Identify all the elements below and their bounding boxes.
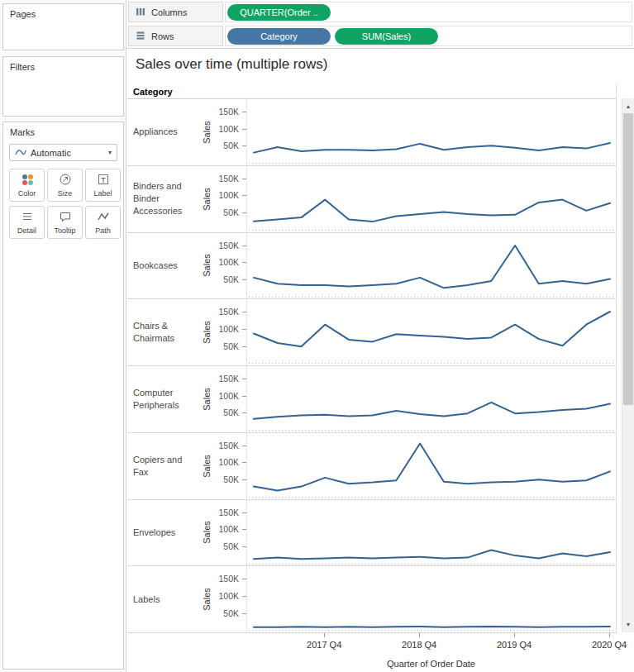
sheet-title: Sales over time (multiple rows) [136, 56, 327, 73]
y-tick-label: 150K [218, 307, 239, 317]
chart-row-chairs-chairmats: Chairs & ChairmatsSales150K100K50K [127, 299, 616, 366]
detail-button-label: Detail [17, 226, 36, 235]
columns-shelf-row: Columns QUARTER(Order .. [126, 0, 634, 24]
rows-icon [136, 31, 145, 42]
y-axis-title: Sales [202, 255, 212, 278]
y-tick-label: 100K [218, 457, 239, 467]
y-axis-title: Sales [202, 388, 212, 411]
category-row-label[interactable]: Appliances [133, 99, 199, 165]
line-chart-pane[interactable] [246, 366, 616, 432]
scroll-up-button[interactable]: ▲ [622, 99, 634, 113]
path-icon [97, 210, 110, 225]
y-axis: Sales150K100K50K [200, 500, 246, 566]
y-tick-label: 100K [218, 257, 239, 267]
y-tick-label: 150K [218, 107, 239, 117]
y-tick-label: 50K [223, 141, 239, 150]
x-tick-mark [419, 633, 420, 637]
x-tick-label: 2018 Q4 [402, 640, 436, 650]
y-axis: Sales150K100K50K [200, 166, 246, 232]
line-chart-pane[interactable] [246, 500, 616, 566]
x-tick-mark [609, 633, 610, 637]
vertical-scrollbar[interactable]: ▲ ▼ [622, 98, 634, 632]
y-tick-label: 150K [218, 174, 239, 183]
mark-type-dropdown[interactable]: Automatic ▾ [9, 144, 117, 161]
y-axis-title: Sales [202, 522, 212, 545]
y-tick-label: 50K [223, 541, 239, 551]
category-row-label[interactable]: Chairs & Chairmats [133, 299, 199, 365]
line-chart-pane[interactable] [246, 566, 616, 632]
x-axis-title: Quarter of Order Date [387, 659, 475, 669]
category-row-label[interactable]: Binders and Binder Accessories [133, 166, 199, 232]
color-button[interactable]: Color [9, 169, 45, 202]
y-tick-label: 100K [218, 524, 239, 534]
rows-shelf[interactable]: Category SUM(Sales) [225, 26, 632, 46]
y-axis: Sales150K100K50K [200, 433, 246, 499]
size-button[interactable]: Size [47, 169, 83, 202]
tableau-window: Pages Filters Marks Automatic ▾ Color [0, 0, 634, 672]
marks-label: Marks [3, 122, 123, 137]
mark-type-value: Automatic [31, 148, 71, 158]
y-tick-label: 50K [223, 474, 239, 484]
detail-icon [21, 210, 34, 225]
y-axis: Sales150K100K50K [200, 566, 246, 632]
filters-shelf[interactable]: Filters [2, 56, 124, 117]
small-multiples: AppliancesSales150K100K50KBinders and Bi… [127, 99, 616, 633]
y-axis-title: Sales [202, 455, 212, 478]
line-chart-pane[interactable] [246, 99, 616, 165]
y-tick-label: 50K [223, 407, 239, 417]
y-axis: Sales150K100K50K [200, 99, 246, 165]
pill-sum-sales[interactable]: SUM(Sales) [335, 28, 438, 45]
y-axis-title: Sales [202, 588, 212, 611]
y-axis-title: Sales [202, 188, 212, 211]
y-axis: Sales150K100K50K [200, 233, 246, 299]
category-row-label[interactable]: Labels [133, 566, 199, 632]
detail-button[interactable]: Detail [9, 206, 45, 239]
pane-right-border [616, 83, 617, 633]
columns-label: Columns [151, 7, 187, 17]
scroll-down-button[interactable]: ▼ [622, 617, 634, 631]
line-chart-pane[interactable] [246, 233, 616, 299]
y-axis: Sales150K100K50K [200, 366, 246, 432]
left-panel: Pages Filters Marks Automatic ▾ Color [0, 0, 126, 672]
pill-category[interactable]: Category [227, 28, 331, 45]
x-tick-mark [514, 633, 515, 637]
tooltip-button[interactable]: Tooltip [47, 206, 83, 239]
filters-label: Filters [3, 57, 123, 72]
line-chart-pane[interactable] [246, 299, 616, 365]
label-button[interactable]: T Label [85, 169, 121, 202]
x-tick-mark [324, 633, 325, 637]
path-button[interactable]: Path [85, 206, 121, 239]
y-tick-label: 100K [218, 391, 239, 401]
columns-shelf[interactable]: QUARTER(Order .. [225, 2, 632, 22]
scrollbar-thumb[interactable] [623, 113, 633, 405]
main-area: Columns QUARTER(Order .. Rows Category S… [126, 0, 634, 672]
category-row-label[interactable]: Bookcases [133, 233, 199, 299]
y-tick-label: 100K [218, 324, 239, 334]
x-tick-label: 2017 Q4 [307, 640, 341, 650]
line-chart-pane[interactable] [246, 433, 616, 499]
chart-row-binders-and-binder-accessories: Binders and Binder AccessoriesSales150K1… [127, 166, 616, 233]
sheet-view: Sales over time (multiple rows) Category… [126, 48, 634, 672]
chart-row-labels: LabelsSales150K100K50K [127, 566, 616, 633]
y-tick-label: 50K [223, 274, 239, 284]
category-row-label[interactable]: Copiers and Fax [133, 433, 199, 499]
rows-shelf-row: Rows Category SUM(Sales) [126, 24, 634, 48]
color-button-label: Color [18, 189, 36, 198]
y-axis: Sales150K100K50K [200, 299, 246, 365]
marks-buttons: Color Size T Label [9, 169, 123, 239]
category-row-label[interactable]: Computer Peripherals [133, 366, 199, 432]
x-tick-label: 2019 Q4 [497, 640, 532, 650]
chevron-down-icon: ▾ [108, 149, 112, 156]
chart-row-appliances: AppliancesSales150K100K50K [127, 99, 616, 166]
chart-row-bookcases: BookcasesSales150K100K50K [127, 233, 616, 300]
pill-quarter-order-date[interactable]: QUARTER(Order .. [227, 4, 331, 21]
y-tick-label: 50K [223, 341, 239, 351]
x-tick-label: 2020 Q4 [592, 640, 627, 650]
tooltip-icon [59, 210, 72, 225]
pages-shelf[interactable]: Pages [2, 3, 124, 50]
y-tick-label: 150K [218, 574, 239, 584]
path-button-label: Path [95, 226, 111, 235]
line-chart-pane[interactable] [246, 166, 616, 232]
category-row-label[interactable]: Envelopes [133, 500, 199, 566]
category-column-header[interactable]: Category [133, 87, 173, 97]
